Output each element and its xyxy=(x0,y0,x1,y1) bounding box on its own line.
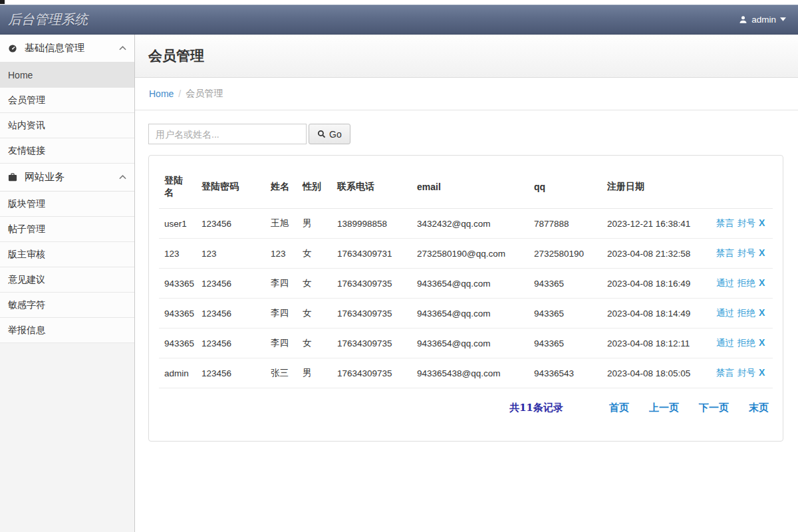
cell-name: 123 xyxy=(265,239,297,269)
cell-gender: 女 xyxy=(297,299,332,329)
sidebar-group-header[interactable]: 基础信息管理 xyxy=(0,35,134,63)
row-action-link[interactable]: 通过 xyxy=(716,308,734,318)
cell-gender: 女 xyxy=(297,239,332,269)
cell-qq: 94336543 xyxy=(529,358,602,388)
chevron-up-icon xyxy=(119,175,126,180)
row-delete-icon[interactable]: X xyxy=(759,367,765,378)
row-action-link[interactable]: 通过 xyxy=(716,338,734,348)
search-input[interactable] xyxy=(148,124,307,144)
cell-email: 2732580190@qq.com xyxy=(412,239,529,269)
sidebar-item[interactable]: 会员管理 xyxy=(0,88,134,113)
navbar: 后台管理系统 admin xyxy=(0,5,798,35)
row-action-link[interactable]: 拒绝 xyxy=(737,278,755,288)
top-strip xyxy=(0,0,798,5)
row-delete-icon[interactable]: X xyxy=(759,217,765,228)
app-brand[interactable]: 后台管理系统 xyxy=(0,11,88,29)
row-action-link[interactable]: 通过 xyxy=(716,278,734,288)
cell-date: 2023-12-21 16:38:41 xyxy=(602,209,711,239)
cell-actions: 禁言封号X xyxy=(711,209,773,239)
column-header: 姓名 xyxy=(265,166,297,209)
cell-login: admin xyxy=(159,358,196,388)
sidebar-item-label: 会员管理 xyxy=(8,94,45,106)
column-header: email xyxy=(412,166,529,209)
row-delete-icon[interactable]: X xyxy=(759,307,765,318)
sidebar-item[interactable]: 帖子管理 xyxy=(0,217,134,242)
sidebar-item-label: 帖子管理 xyxy=(8,223,45,235)
table-row: 943365123456李四女176343097359433654@qq.com… xyxy=(159,329,773,358)
cell-gender: 女 xyxy=(297,269,332,299)
row-action-link[interactable]: 禁言 xyxy=(716,248,734,258)
sidebar-item-label: 站内资讯 xyxy=(8,120,45,132)
user-menu[interactable]: admin xyxy=(739,15,798,25)
cell-email: 9433654@qq.com xyxy=(412,299,529,329)
cell-actions: 禁言封号X xyxy=(711,358,773,388)
breadcrumb: Home / 会员管理 xyxy=(135,78,798,110)
members-panel: 登陆名登陆密码姓名性别联系电话emailqq注册日期 user1123456王旭… xyxy=(148,155,783,442)
row-action-link[interactable]: 封号 xyxy=(737,248,755,258)
row-action-link[interactable]: 禁言 xyxy=(716,218,734,228)
cell-gender: 男 xyxy=(297,358,332,388)
cell-name: 李四 xyxy=(265,269,297,299)
table-row: admin123456张三男17634309735943365438@qq.co… xyxy=(159,358,773,388)
sidebar-item[interactable]: 意见建议 xyxy=(0,267,134,293)
cell-qq: 7877888 xyxy=(529,209,602,239)
pagination-link[interactable]: 上一页 xyxy=(649,402,679,414)
cell-login: user1 xyxy=(159,209,196,239)
table-row: 123123123女176343097312732580190@qq.com27… xyxy=(159,239,773,269)
cell-login: 943365 xyxy=(159,299,196,329)
sidebar-item[interactable]: 版块管理 xyxy=(0,192,134,217)
cell-date: 2023-04-08 18:12:11 xyxy=(602,329,711,358)
sidebar-item[interactable]: 敏感字符 xyxy=(0,293,134,318)
breadcrumb-current: 会员管理 xyxy=(186,88,223,100)
sidebar-item[interactable]: 举报信息 xyxy=(0,318,134,343)
search-go-button[interactable]: Go xyxy=(309,124,350,144)
row-delete-icon[interactable]: X xyxy=(759,277,765,288)
cell-date: 2023-04-08 18:05:05 xyxy=(602,358,711,388)
cell-password: 123 xyxy=(196,239,265,269)
breadcrumb-home-link[interactable]: Home xyxy=(149,88,174,99)
cell-gender: 女 xyxy=(297,329,332,358)
column-header: qq xyxy=(529,166,602,209)
sidebar-item-label: 友情链接 xyxy=(8,145,45,157)
sidebar-item-label: 版块管理 xyxy=(8,198,45,210)
sidebar-item[interactable]: 友情链接 xyxy=(0,138,134,164)
table-row: user1123456王旭男13899988583432432@qq.com78… xyxy=(159,209,773,239)
row-action-link[interactable]: 封号 xyxy=(737,368,755,378)
cell-actions: 通过拒绝X xyxy=(711,299,773,329)
row-action-link[interactable]: 封号 xyxy=(737,218,755,228)
row-delete-icon[interactable]: X xyxy=(759,337,765,348)
cell-date: 2023-04-08 18:14:49 xyxy=(602,299,711,329)
pagination-link[interactable]: 首页 xyxy=(609,402,629,414)
column-header: 登陆名 xyxy=(159,166,196,209)
person-icon xyxy=(739,15,747,24)
sidebar-item[interactable]: Home xyxy=(0,63,134,88)
cell-qq: 943365 xyxy=(529,299,602,329)
cell-name: 张三 xyxy=(265,358,297,388)
row-delete-icon[interactable]: X xyxy=(759,247,765,258)
cell-name: 王旭 xyxy=(265,209,297,239)
row-action-link[interactable]: 拒绝 xyxy=(737,338,755,348)
sidebar-item[interactable]: 版主审核 xyxy=(0,242,134,267)
members-table: 登陆名登陆密码姓名性别联系电话emailqq注册日期 user1123456王旭… xyxy=(159,166,773,388)
cell-password: 123456 xyxy=(196,269,265,299)
pagination-link[interactable]: 下一页 xyxy=(699,402,729,414)
row-action-link[interactable]: 拒绝 xyxy=(737,308,755,318)
sidebar-item-label: 版主审核 xyxy=(8,249,45,261)
cell-login: 123 xyxy=(159,239,196,269)
row-action-link[interactable]: 禁言 xyxy=(716,368,734,378)
cell-login: 943365 xyxy=(159,269,196,299)
page-title: 会员管理 xyxy=(148,47,204,65)
sidebar-item[interactable]: 站内资讯 xyxy=(0,113,134,138)
column-header: 性别 xyxy=(297,166,332,209)
breadcrumb-separator: / xyxy=(178,88,181,99)
cell-actions: 通过拒绝X xyxy=(711,329,773,358)
main-content: 会员管理 Home / 会员管理 Go xyxy=(135,35,798,532)
cell-phone: 17634309735 xyxy=(332,329,412,358)
cell-password: 123456 xyxy=(196,358,265,388)
caret-down-icon xyxy=(780,17,786,21)
sidebar-group-header[interactable]: 网站业务 xyxy=(0,164,134,192)
cell-actions: 通过拒绝X xyxy=(711,269,773,299)
cell-email: 9433654@qq.com xyxy=(412,329,529,358)
record-count: 共11条记录 xyxy=(509,402,563,414)
pagination-link[interactable]: 末页 xyxy=(749,402,769,414)
